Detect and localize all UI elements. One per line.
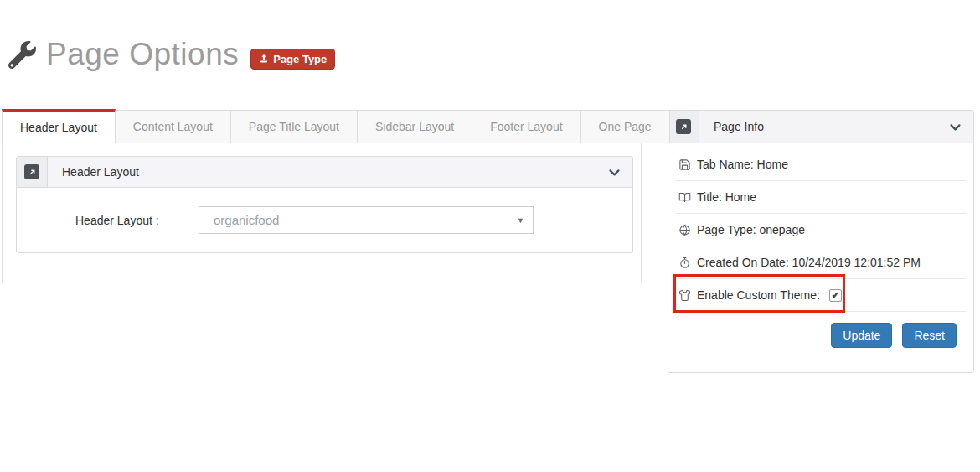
page-options-screen: Page Options Page Type Header Layout Con… <box>0 0 980 472</box>
chevron-down-icon[interactable] <box>948 120 962 134</box>
save-icon <box>678 158 691 171</box>
created-date-value: Created On Date: 10/24/2019 12:01:52 PM <box>697 255 921 270</box>
header-layout-panel-title: Header Layout <box>48 165 139 179</box>
tab-label: Page Title Layout <box>249 120 339 133</box>
page-type-badge[interactable]: Page Type <box>250 49 335 70</box>
tab-name-value: Tab Name: Home <box>697 157 788 172</box>
page-title: Page Options <box>46 37 239 72</box>
panel-icon-cell <box>17 157 48 187</box>
chevron-down-icon[interactable] <box>607 165 622 179</box>
title-row: Title: Home <box>676 181 966 214</box>
upload-icon <box>259 54 269 64</box>
page-info-panel-title: Page Info <box>699 120 764 133</box>
reset-button[interactable]: Reset <box>902 323 957 348</box>
external-link-icon <box>24 164 39 179</box>
tshirt-icon <box>678 289 691 302</box>
book-icon <box>678 191 691 204</box>
tab-sidebar-layout[interactable]: Sidebar Layout <box>358 110 472 143</box>
page-header: Page Options Page Type <box>8 37 335 72</box>
tab-one-page[interactable]: One Page <box>581 110 670 143</box>
page-info-body: Tab Name: Home Title: Home Page Type: on… <box>668 143 973 348</box>
external-link-icon <box>676 119 691 134</box>
enable-custom-theme-checkbox[interactable]: ✔ <box>829 289 842 302</box>
layout-tabs: Header Layout Content Layout Page Title … <box>2 110 670 143</box>
tab-page-title-layout[interactable]: Page Title Layout <box>231 110 358 143</box>
tab-content-area: Header Layout Header Layout : organicfoo… <box>2 143 642 283</box>
enable-custom-theme-row-wrap: Enable Custom Theme: ✔ <box>668 279 973 312</box>
tab-footer-layout[interactable]: Footer Layout <box>472 110 580 143</box>
tab-label: Footer Layout <box>490 120 562 133</box>
tab-content-layout[interactable]: Content Layout <box>116 110 231 143</box>
select-caret-icon: ▼ <box>517 216 524 225</box>
wrench-icon <box>8 41 36 72</box>
header-layout-panel-header: Header Layout <box>17 157 632 188</box>
enable-custom-theme-label: Enable Custom Theme: <box>697 288 820 303</box>
header-layout-panel: Header Layout Header Layout : organicfoo… <box>16 156 633 253</box>
header-layout-field-label: Header Layout : <box>75 214 184 227</box>
header-layout-select[interactable]: organicfood ▼ <box>199 206 534 234</box>
tab-label: Sidebar Layout <box>375 120 454 133</box>
page-type-row: Page Type: onepage <box>676 214 966 246</box>
enable-custom-theme-row: Enable Custom Theme: ✔ <box>676 279 966 312</box>
panel-icon-cell <box>668 111 699 143</box>
tab-label: Header Layout <box>20 121 97 134</box>
stopwatch-icon <box>678 257 691 269</box>
update-button[interactable]: Update <box>831 323 892 348</box>
tab-label: Content Layout <box>133 120 213 133</box>
header-layout-panel-body: Header Layout : organicfood ▼ <box>17 188 632 234</box>
tab-header-layout[interactable]: Header Layout <box>2 109 116 143</box>
tab-label: One Page <box>599 120 652 133</box>
tab-name-row: Tab Name: Home <box>676 148 966 181</box>
page-type-badge-label: Page Type <box>273 53 327 65</box>
page-info-panel-header: Page Info <box>668 111 973 143</box>
page-type-value: Page Type: onepage <box>697 222 805 237</box>
checkmark-icon: ✔ <box>832 288 839 303</box>
created-date-row: Created On Date: 10/24/2019 12:01:52 PM <box>676 246 966 279</box>
globe-icon <box>678 224 691 236</box>
title-value: Title: Home <box>697 189 756 205</box>
page-info-panel: Page Info Tab Name: Home Title: Home <box>668 110 974 373</box>
button-row: Update Reset <box>668 312 973 348</box>
header-layout-select-value: organicfood <box>214 213 279 227</box>
